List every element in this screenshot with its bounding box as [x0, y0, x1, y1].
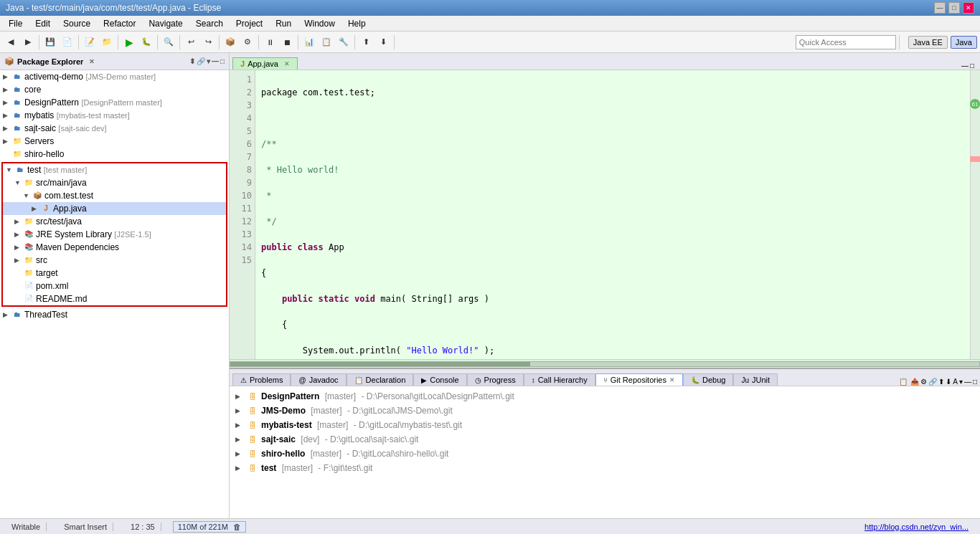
bottom-tab-progress[interactable]: ◷ Progress: [467, 373, 524, 386]
toolbar-search-btn[interactable]: 🔍: [161, 34, 176, 50]
pe-max-btn[interactable]: □: [220, 57, 225, 65]
h-scrollbar[interactable]: [230, 359, 980, 368]
bottom-tab-icon-1[interactable]: 📋: [899, 378, 908, 386]
tree-item-servers[interactable]: ▶ 📁 Servers: [0, 135, 229, 148]
bottom-tab-callhierarchy[interactable]: ↕ Call Hierarchy: [524, 373, 595, 386]
tree-item-threadtest[interactable]: ▶ 🖿 ThreadTest: [0, 308, 229, 321]
pe-min-btn[interactable]: —: [212, 57, 219, 65]
menu-navigate[interactable]: Navigate: [143, 17, 188, 30]
toolbar-open-btn[interactable]: 📁: [99, 34, 115, 50]
repo-item-test[interactable]: ▶ 🗄 test [master] - F:\git\test\.git: [235, 461, 974, 475]
menu-help[interactable]: Help: [342, 17, 372, 30]
gitrepos-close[interactable]: ✕: [669, 376, 675, 383]
menu-run[interactable]: Run: [270, 17, 297, 30]
menu-file[interactable]: File: [3, 17, 28, 30]
repo-item-shiro[interactable]: ▶ 🗄 shiro-hello [master] - D:\gitLocal\s…: [235, 447, 974, 461]
close-button[interactable]: ✕: [963, 2, 974, 14]
tree-item-appjava[interactable]: ▶ J App.java: [3, 202, 226, 215]
code-content[interactable]: package com.test.test; /** * Hello world…: [255, 70, 970, 359]
tree-item-shiro[interactable]: 📁 shiro-hello: [0, 148, 229, 161]
bottom-tab-icon-5[interactable]: ⬆: [938, 378, 944, 386]
bottom-tab-javadoc[interactable]: @ Javadoc: [291, 373, 346, 386]
toolbar-undo-btn[interactable]: ↩: [183, 34, 199, 50]
tree-item-src-test[interactable]: ▶ 📁 src/test/java: [3, 215, 226, 228]
status-memory[interactable]: 110M of 221M 🗑: [173, 521, 246, 533]
tree-item-activemq[interactable]: ▶ 🖿 activemq-demo [JMS-Demo master]: [0, 70, 229, 83]
toolbar-forward-btn[interactable]: ▶: [20, 34, 36, 50]
toolbar-run-btn[interactable]: ▶: [121, 34, 137, 50]
bottom-min-btn[interactable]: —: [964, 378, 971, 386]
repo-item-designpattern[interactable]: ▶ 🗄 DesignPattern [master] - D:\Personal…: [235, 389, 974, 404]
pe-menu-btn[interactable]: ▾: [207, 57, 210, 65]
status-url[interactable]: http://blog.csdn.net/zyn_win...: [859, 523, 974, 531]
gc-icon[interactable]: 🗑: [233, 523, 241, 531]
tree-item-core[interactable]: ▶ 🖿 core: [0, 83, 229, 96]
maximize-button[interactable]: □: [948, 2, 960, 14]
repo-item-mybatis[interactable]: ▶ 🗄 mybatis-test [master] - D:\gitLocal\…: [235, 418, 974, 432]
toolbar-back-btn[interactable]: ◀: [3, 34, 19, 50]
repo-item-jmsdemo[interactable]: ▶ 🗄 JMS-Demo [master] - D:\gitLocal\JMS-…: [235, 404, 974, 418]
tree-item-src[interactable]: ▶ 📁 src: [3, 254, 226, 267]
toolbar-extra3-btn[interactable]: 📊: [301, 34, 317, 50]
h-scrollbar-track[interactable]: [230, 361, 980, 367]
toolbar-ref1-btn[interactable]: 📦: [222, 34, 238, 50]
repo-item-sajt[interactable]: ▶ 🗄 sajt-saic [dev] - D:\gitLocal\sajt-s…: [235, 432, 974, 447]
toolbar-save-btn[interactable]: 💾: [42, 34, 58, 50]
toolbar-extra2-btn[interactable]: ⏹: [279, 34, 295, 50]
perspective-java-btn[interactable]: Java: [951, 36, 977, 49]
toolbar-save-all-btn[interactable]: 📄: [60, 34, 75, 50]
menu-search[interactable]: Search: [190, 17, 229, 30]
bottom-tab-declaration[interactable]: 📋 Declaration: [347, 373, 414, 386]
tree-item-sajt[interactable]: ▶ 🖿 sajt-saic [sajt-saic dev]: [0, 122, 229, 135]
toolbar-nav2-btn[interactable]: ⬇: [375, 34, 391, 50]
tab-close-btn[interactable]: ✕: [284, 60, 290, 67]
bottom-tab-icon-7[interactable]: A: [953, 378, 958, 386]
toolbar-ref2-btn[interactable]: ⚙: [240, 34, 255, 50]
editor-min-btn[interactable]: —: [961, 62, 969, 70]
editor-max-btn[interactable]: □: [970, 62, 974, 70]
h-scrollbar-thumb[interactable]: [230, 362, 530, 366]
tree-item-mybatis[interactable]: ▶ 🖿 mybatis [mybatis-test master]: [0, 109, 229, 122]
toolbar-extra4-btn[interactable]: 📋: [319, 34, 334, 50]
bottom-max-btn[interactable]: □: [973, 378, 977, 386]
pe-link-btn[interactable]: 🔗: [197, 57, 205, 65]
bottom-tab-icon-3[interactable]: ⚙: [920, 378, 927, 386]
tree-item-readme[interactable]: 📄 README.md: [3, 292, 226, 305]
code-area[interactable]: 1 2 3 4 5 6 7 8 9 10 11 12 13: [230, 70, 970, 359]
tree-item-maven[interactable]: ▶ 📚 Maven Dependencies: [3, 241, 226, 254]
toolbar-redo-btn[interactable]: ↪: [200, 34, 216, 50]
menu-project[interactable]: Project: [230, 17, 268, 30]
toolbar-nav1-btn[interactable]: ⬆: [358, 34, 374, 50]
toolbar-new-btn[interactable]: 📝: [82, 34, 98, 50]
tree-item-package[interactable]: ▼ 📦 com.test.test: [3, 189, 226, 202]
tree-item-designpattern[interactable]: ▶ 🖿 DesignPattern [DesignPattern master]: [0, 96, 229, 109]
bottom-tab-debug[interactable]: 🐛 Debug: [683, 373, 733, 386]
bottom-tab-icon-2[interactable]: 📤: [910, 378, 919, 386]
pe-collapse-btn[interactable]: ⬍: [189, 57, 195, 65]
bottom-tab-icon-8[interactable]: ▾: [959, 378, 963, 386]
editor-tab-appjava[interactable]: J App.java ✕: [232, 57, 298, 70]
toolbar-extra5-btn[interactable]: 🔧: [336, 34, 352, 50]
bottom-tab-icon-6[interactable]: ⬇: [946, 378, 951, 386]
menu-window[interactable]: Window: [298, 17, 341, 30]
tree-item-src-main[interactable]: ▼ 📁 src/main/java: [3, 176, 226, 189]
tree-item-pom[interactable]: 📄 pom.xml: [3, 280, 226, 292]
tree-item-test[interactable]: ▼ 🖿 test [test master]: [3, 163, 226, 176]
bottom-tab-junit[interactable]: Ju JUnit: [733, 373, 778, 386]
pe-close-icon[interactable]: ✕: [89, 58, 95, 65]
menu-source[interactable]: Source: [57, 17, 96, 30]
menu-edit[interactable]: Edit: [29, 17, 56, 30]
menu-refactor[interactable]: Refactor: [98, 17, 141, 30]
toolbar-debug-btn[interactable]: 🐛: [138, 34, 154, 50]
tree-item-jre[interactable]: ▶ 📚 JRE System Library [J2SE-1.5]: [3, 228, 226, 241]
perspective-javaee-btn[interactable]: Java EE: [908, 36, 948, 49]
toolbar-extra1-btn[interactable]: ⏸: [262, 34, 278, 50]
bottom-tab-console[interactable]: ▶ Console: [413, 373, 466, 386]
bottom-tab-gitrepos[interactable]: ⑂ Git Repositories ✕: [595, 373, 683, 386]
bottom-tab-icon-4[interactable]: 🔗: [928, 378, 937, 386]
minimize-button[interactable]: —: [934, 2, 946, 14]
editor-bottom-split: J App.java ✕ — □ 1 2 3: [230, 53, 980, 518]
quick-access-input[interactable]: [796, 35, 896, 49]
tree-item-target[interactable]: 📁 target: [3, 267, 226, 280]
bottom-tab-problems[interactable]: ⚠ Problems: [232, 373, 291, 386]
